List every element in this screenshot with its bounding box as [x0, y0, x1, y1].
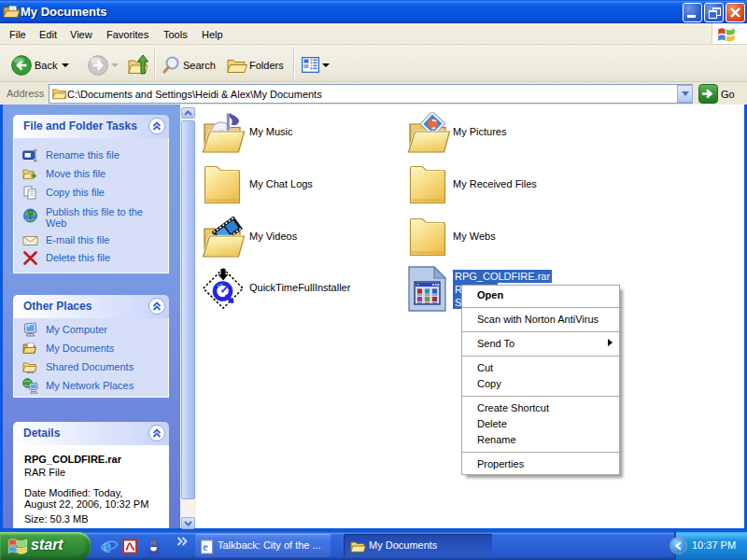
- svg-text:e: e: [103, 538, 111, 554]
- svg-text:e: e: [203, 540, 208, 553]
